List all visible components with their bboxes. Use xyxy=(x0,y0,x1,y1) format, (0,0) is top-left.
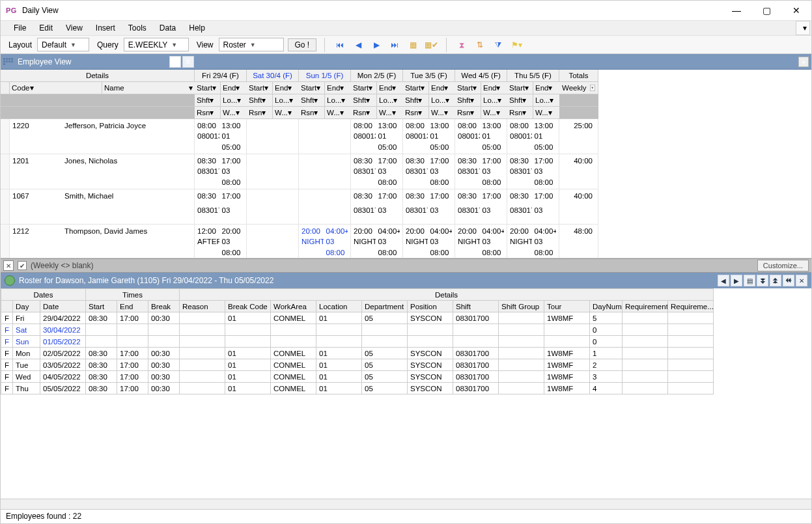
employee-cell[interactable]: 1212Thompson, David James xyxy=(10,225,195,258)
shift-cell[interactable]: 08:3017:00 08301703 xyxy=(403,189,455,225)
total-cell: 25:00 xyxy=(559,119,598,154)
row-handle[interactable] xyxy=(1,119,10,154)
filter-bar: ✕ ✔ (Weekly <> blank) Customize... xyxy=(1,258,811,273)
day-header[interactable]: Fri 29/4 (F) xyxy=(195,70,247,82)
grid-view-icon[interactable]: ▦ xyxy=(169,56,181,68)
day-header[interactable]: Sun 1/5 (F) xyxy=(299,70,351,82)
close-button[interactable]: ✕ xyxy=(781,1,811,20)
shift-cell[interactable]: 08:3017:00 08301703 08:00 xyxy=(403,154,455,189)
shift-cell[interactable]: 20:0004:00+ NIGHT03 08:00 xyxy=(299,225,351,258)
menu-insert[interactable]: Insert xyxy=(89,21,122,34)
menu-data[interactable]: Data xyxy=(153,21,182,34)
day-header[interactable]: Mon 2/5 (F) xyxy=(351,70,403,82)
shift-cell[interactable]: 08:3017:00 08301703 xyxy=(507,189,559,225)
calendar-check-button[interactable]: ▦✔ xyxy=(424,38,438,52)
detail-row[interactable]: FThu05/05/2022 08:3017:0000:30 01CONMEL0… xyxy=(1,383,714,394)
roster-next-button[interactable]: ▶ xyxy=(731,275,742,286)
shift-cell[interactable]: 08:3017:00 08301703 08:00 xyxy=(351,154,403,189)
row-handle[interactable] xyxy=(1,189,10,225)
shift-cell[interactable]: 08:3017:00 08301703 08:00 xyxy=(455,154,507,189)
shift-cell[interactable]: 08:3017:00 08301703 xyxy=(351,189,403,225)
ribbon-collapse-button[interactable]: ▾ xyxy=(796,21,810,35)
employee-cell[interactable]: 1220Jefferson, Patricia Joyce xyxy=(10,119,195,154)
roster-prev-button[interactable]: ◀ xyxy=(718,275,729,286)
employee-cell[interactable]: 1201Jones, Nicholas xyxy=(10,154,195,189)
menu-edit[interactable]: Edit xyxy=(33,21,59,34)
row-handle[interactable] xyxy=(1,154,10,189)
total-cell: 40:00 xyxy=(559,154,598,189)
go-button[interactable]: Go ! xyxy=(288,38,317,51)
day-header[interactable]: Thu 5/5 (F) xyxy=(507,70,559,82)
roster-form-icon[interactable]: ▤ xyxy=(744,275,755,286)
nav-last-button[interactable]: ⏭ xyxy=(387,38,402,52)
shift-cell[interactable] xyxy=(299,154,351,189)
list-view-icon[interactable]: ≡ xyxy=(182,56,194,68)
detail-row[interactable]: FWed04/05/2022 08:3017:0000:30 01CONMEL0… xyxy=(1,371,714,383)
shift-cell[interactable]: 12:0020:00 AFTER03 08:00 xyxy=(195,225,247,258)
shift-cell[interactable] xyxy=(299,189,351,225)
shift-cell[interactable]: 08:3017:00 08301703 xyxy=(455,189,507,225)
shift-cell[interactable] xyxy=(247,225,299,258)
roster-close-button[interactable]: ✕ xyxy=(796,275,807,286)
nav-next-button[interactable]: ▶ xyxy=(369,38,384,52)
layout-label: Layout xyxy=(8,40,32,49)
menu-view[interactable]: View xyxy=(59,21,89,34)
menu-file[interactable]: File xyxy=(7,21,33,34)
day-header[interactable]: Wed 4/5 (F) xyxy=(455,70,507,82)
employee-cell[interactable]: 1067Smith, Michael xyxy=(10,189,195,225)
detail-row[interactable]: FTue03/05/2022 08:3017:0000:30 01CONMEL0… xyxy=(1,359,714,371)
view-combo[interactable]: Roster▼ xyxy=(219,38,284,51)
roster-collapse-down-button[interactable]: ⯯ xyxy=(757,275,768,286)
detail-row[interactable]: FMon02/05/2022 08:3017:0000:30 01CONMEL0… xyxy=(1,348,714,359)
filter-close-button[interactable]: ✕ xyxy=(3,260,14,271)
query-label: Query xyxy=(97,40,119,49)
shift-cell[interactable]: 20:0004:00+ NIGHT03 08:00 xyxy=(403,225,455,258)
employee-view-title: Employee View xyxy=(18,57,72,66)
shift-cell[interactable] xyxy=(247,119,299,154)
detail-row[interactable]: FFri29/04/2022 08:3017:0000:30 01CONMEL0… xyxy=(1,312,714,324)
sort-icon[interactable]: ⇅ xyxy=(473,38,487,52)
hourglass-icon[interactable]: ⧗ xyxy=(455,38,469,52)
shift-cell[interactable]: 20:0004:00+ NIGHT03 08:00 xyxy=(507,225,559,258)
day-header[interactable]: Sat 30/4 (F) xyxy=(247,70,299,82)
shift-cell[interactable]: 08:3017:00 08301703 xyxy=(195,189,247,225)
scroll-up-button[interactable]: ▴ xyxy=(798,57,809,67)
layout-combo[interactable]: Default▼ xyxy=(37,38,89,51)
filter-icon[interactable]: ⧩ xyxy=(491,38,505,52)
shift-cell[interactable]: 08:0013:00 08001301 05:00 xyxy=(507,119,559,154)
shift-cell[interactable] xyxy=(247,154,299,189)
roster-header-text: Roster for Dawson, Jamie Gareth (1105) F… xyxy=(19,276,273,285)
roster-expand-button[interactable]: ⯭ xyxy=(770,275,781,286)
shift-cell[interactable]: 20:0004:00+ NIGHT03 08:00 xyxy=(455,225,507,258)
maximize-button[interactable]: ▢ xyxy=(751,1,781,20)
calendar-button[interactable]: ▦ xyxy=(406,38,420,52)
shift-cell[interactable] xyxy=(247,189,299,225)
menu-help[interactable]: Help xyxy=(182,21,212,34)
roster-detail-grid[interactable]: Dates Times Details DayDate StartEndBrea… xyxy=(1,288,811,499)
nav-prev-button[interactable]: ◀ xyxy=(351,38,365,52)
shift-cell[interactable]: 20:0004:00+ NIGHT03 08:00 xyxy=(351,225,403,258)
shift-cell[interactable]: 08:0013:00 08001301 05:00 xyxy=(195,119,247,154)
detail-row[interactable]: FSun01/05/2022 0 xyxy=(1,336,714,348)
customize-button[interactable]: Customize... xyxy=(757,260,809,271)
roster-collapse-up-button[interactable]: ⯬ xyxy=(783,275,794,286)
nav-first-button[interactable]: ⏮ xyxy=(333,38,347,52)
total-cell: 48:00 xyxy=(559,225,598,258)
shift-cell[interactable] xyxy=(299,119,351,154)
filter-checkbox[interactable]: ✔ xyxy=(18,261,27,270)
menu-tools[interactable]: Tools xyxy=(122,21,153,34)
shift-cell[interactable]: 08:0013:00 08001301 05:00 xyxy=(403,119,455,154)
employee-grid[interactable]: DetailsFri 29/4 (F)Sat 30/4 (F)Sun 1/5 (… xyxy=(1,70,811,258)
row-handle[interactable] xyxy=(1,225,10,258)
shift-cell[interactable]: 08:0013:00 08001301 05:00 xyxy=(455,119,507,154)
query-combo[interactable]: E.WEEKLY▼ xyxy=(124,38,189,51)
person-icon xyxy=(5,275,15,286)
shift-cell[interactable]: 08:3017:00 08301703 08:00 xyxy=(195,154,247,189)
minimize-button[interactable]: — xyxy=(721,1,751,20)
flag-icon[interactable]: ⚑▾ xyxy=(509,38,524,52)
roster-header-bar: Roster for Dawson, Jamie Gareth (1105) F… xyxy=(1,273,811,288)
day-header[interactable]: Tue 3/5 (F) xyxy=(403,70,455,82)
shift-cell[interactable]: 08:3017:00 08301703 08:00 xyxy=(507,154,559,189)
shift-cell[interactable]: 08:0013:00 08001301 05:00 xyxy=(351,119,403,154)
detail-row[interactable]: FSat30/04/2022 0 xyxy=(1,324,714,336)
